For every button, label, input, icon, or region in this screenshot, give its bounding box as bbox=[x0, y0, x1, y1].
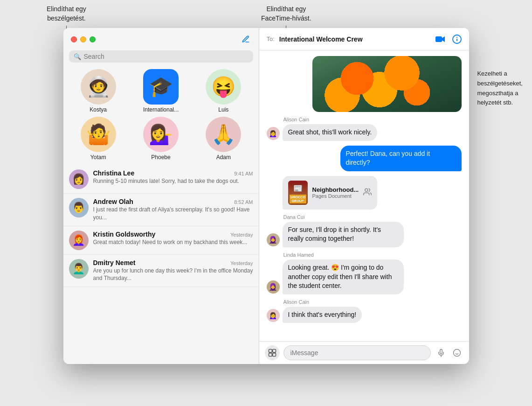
international-avatar: 🎓 bbox=[149, 77, 173, 97]
bubble-outgoing1: Perfect! Dana, can you add it directly? bbox=[340, 146, 462, 171]
traffic-lights bbox=[71, 36, 96, 42]
main-window: 🔍 🧑‍🚀 Kostya 🎓 International... 😝 bbox=[63, 28, 469, 364]
close-button[interactable] bbox=[71, 36, 77, 42]
input-bar bbox=[259, 341, 469, 364]
phoebe-avatar: 💁‍♀️ bbox=[149, 125, 173, 144]
pinned-contacts: 🧑‍🚀 Kostya 🎓 International... 😝 Luis 🤷 bbox=[63, 67, 259, 165]
conv-time-andrew: 8:52 AM bbox=[234, 199, 253, 205]
avatar-linda1: 🧕 bbox=[267, 280, 280, 294]
facetime-video-button[interactable] bbox=[435, 35, 446, 43]
conv-name-christina: Christina Lee bbox=[93, 169, 135, 177]
chat-area: To: Interational Welcome Crew bbox=[259, 28, 469, 364]
conv-name-dmitry: Dmitry Nemet bbox=[93, 259, 136, 266]
svg-rect-7 bbox=[269, 353, 272, 357]
conv-preview-christina: Running 5-10 minutes late! Sorry, had to… bbox=[93, 177, 253, 185]
chat-header-icons bbox=[435, 35, 462, 44]
avatar-dana1: 🧕 bbox=[267, 233, 280, 246]
pinned-contact-yotam[interactable]: 🤷 Yotam bbox=[69, 117, 128, 161]
luis-avatar: 😝 bbox=[211, 77, 235, 97]
conv-name-andrew: Andrew Olah bbox=[93, 198, 133, 205]
svg-rect-8 bbox=[272, 353, 276, 357]
document-thumbnail: 📰 SIROCCO GROUP bbox=[288, 181, 308, 205]
sidebar: 🔍 🧑‍🚀 Kostya 🎓 International... 😝 bbox=[63, 28, 259, 364]
yotam-name: Yotam bbox=[90, 154, 106, 161]
document-info: Neighborhood... Pages Document bbox=[312, 186, 359, 199]
conversation-list: 👩 Christina Lee 9:41 AM Running 5-10 min… bbox=[63, 165, 259, 364]
search-input[interactable] bbox=[84, 53, 249, 60]
svg-point-10 bbox=[453, 350, 460, 357]
document-bubble[interactable]: 📰 SIROCCO GROUP Neighborhood... Pages Do… bbox=[283, 176, 378, 210]
document-type: Pages Document bbox=[312, 193, 359, 199]
yotam-avatar: 🤷 bbox=[86, 125, 111, 144]
messages-area: Alison Cain 🙍‍♀️ Great shot, this'll wor… bbox=[259, 50, 469, 341]
search-icon: 🔍 bbox=[74, 53, 81, 60]
chat-header: To: Interational Welcome Crew bbox=[259, 28, 469, 50]
maximize-button[interactable] bbox=[90, 36, 96, 42]
conv-item-dmitry[interactable]: 👨‍🦱 Dmitry Nemet Yesterday Are you up fo… bbox=[63, 255, 259, 287]
svg-rect-6 bbox=[272, 350, 276, 353]
pinned-contact-international[interactable]: 🎓 International... bbox=[131, 69, 190, 113]
bubble-linda1: Looking great. 😍 I'm going to do another… bbox=[283, 259, 404, 294]
document-share-icon[interactable] bbox=[363, 188, 372, 198]
message-input[interactable] bbox=[283, 345, 431, 360]
luis-name: Luis bbox=[218, 106, 228, 113]
kostya-avatar: 🧑‍🚀 bbox=[86, 77, 111, 97]
chat-to-label: To: bbox=[267, 35, 275, 42]
conv-info-christina: Christina Lee 9:41 AM Running 5-10 minut… bbox=[93, 169, 253, 185]
conv-preview-andrew: I just read the first draft of Aliya's s… bbox=[93, 206, 253, 222]
conv-info-kristin: Kristin Goldsworthy Yesterday Great matc… bbox=[93, 231, 253, 246]
sender-alison2: Alison Cain bbox=[283, 299, 310, 305]
kostya-name: Kostya bbox=[90, 106, 107, 113]
avatar-alison2: 🙍‍♀️ bbox=[267, 309, 280, 322]
pinned-contact-phoebe[interactable]: 💁‍♀️ Phoebe bbox=[131, 117, 190, 161]
sidebar-titlebar bbox=[63, 28, 259, 49]
message-alison1: Alison Cain 🙍‍♀️ Great shot, this'll wor… bbox=[267, 117, 462, 141]
message-alison2: Alison Cain 🙍‍♀️ I think that's everythi… bbox=[267, 299, 462, 323]
chat-recipient-name: Interational Welcome Crew bbox=[279, 35, 432, 43]
input-right-icons bbox=[435, 346, 463, 359]
svg-rect-5 bbox=[269, 350, 272, 353]
phoebe-name: Phoebe bbox=[151, 154, 170, 161]
sender-alison1: Alison Cain bbox=[283, 117, 310, 122]
svg-point-3 bbox=[456, 37, 457, 38]
sender-dana1: Dana Cui bbox=[283, 214, 305, 220]
conv-preview-kristin: Great match today! Need to work on my ba… bbox=[93, 238, 253, 246]
adam-name: Adam bbox=[216, 154, 231, 161]
conv-info-dmitry: Dmitry Nemet Yesterday Are you up for lu… bbox=[93, 259, 253, 283]
minimize-button[interactable] bbox=[80, 36, 86, 42]
pinned-contact-adam[interactable]: 🙏 Adam bbox=[194, 117, 253, 161]
dictation-button[interactable] bbox=[435, 346, 448, 359]
bubble-dana1: For sure, I'll drop it in shortly. It's … bbox=[283, 222, 404, 247]
conv-time-dmitry: Yesterday bbox=[230, 260, 253, 266]
pinned-contact-luis[interactable]: 😝 Luis bbox=[194, 69, 253, 113]
emoji-button[interactable] bbox=[450, 346, 463, 359]
international-name: International... bbox=[143, 106, 179, 113]
message-doc1: 🙍‍♀️ 📰 SIROCCO GROUP bbox=[267, 176, 462, 210]
avatar-alison1: 🙍‍♀️ bbox=[267, 127, 280, 140]
message-dana1: Dana Cui 🧕 For sure, I'll drop it in sho… bbox=[267, 214, 462, 247]
conv-item-andrew[interactable]: 👨 Andrew Olah 8:52 AM I just read the fi… bbox=[63, 194, 259, 226]
svg-point-4 bbox=[365, 189, 368, 191]
info-button[interactable] bbox=[452, 35, 462, 44]
sender-linda1: Linda Hamed bbox=[283, 252, 314, 258]
message-linda1: Linda Hamed 🧕 Looking great. 😍 I'm going… bbox=[267, 252, 462, 294]
flower-image bbox=[312, 56, 462, 112]
conv-info-andrew: Andrew Olah 8:52 AM I just read the firs… bbox=[93, 198, 253, 222]
adam-avatar: 🙏 bbox=[211, 125, 235, 144]
conv-item-kristin[interactable]: 👩‍🦰 Kristin Goldsworthy Yesterday Great … bbox=[63, 226, 259, 255]
svg-rect-0 bbox=[435, 36, 442, 42]
message-outgoing1: Perfect! Dana, can you add it directly? bbox=[267, 146, 462, 171]
conv-name-kristin: Kristin Goldsworthy bbox=[93, 231, 156, 238]
compose-button[interactable] bbox=[240, 34, 251, 45]
bubble-alison2: I think that's everything! bbox=[283, 307, 362, 323]
conv-preview-dmitry: Are you up for lunch one day this week? … bbox=[93, 267, 253, 283]
bubble-alison1: Great shot, this'll work nicely. bbox=[283, 124, 378, 141]
conv-time-kristin: Yesterday bbox=[230, 232, 253, 238]
app-store-button[interactable] bbox=[265, 345, 280, 360]
document-title: Neighborhood... bbox=[312, 186, 359, 193]
search-bar: 🔍 bbox=[69, 50, 253, 63]
pinned-contact-kostya[interactable]: 🧑‍🚀 Kostya bbox=[69, 69, 128, 113]
conv-item-christina[interactable]: 👩 Christina Lee 9:41 AM Running 5-10 min… bbox=[63, 165, 259, 194]
annotation-far-right: Kezelheti a beszélgetéseket, megoszthatj… bbox=[477, 69, 523, 108]
conv-time-christina: 9:41 AM bbox=[234, 171, 253, 176]
